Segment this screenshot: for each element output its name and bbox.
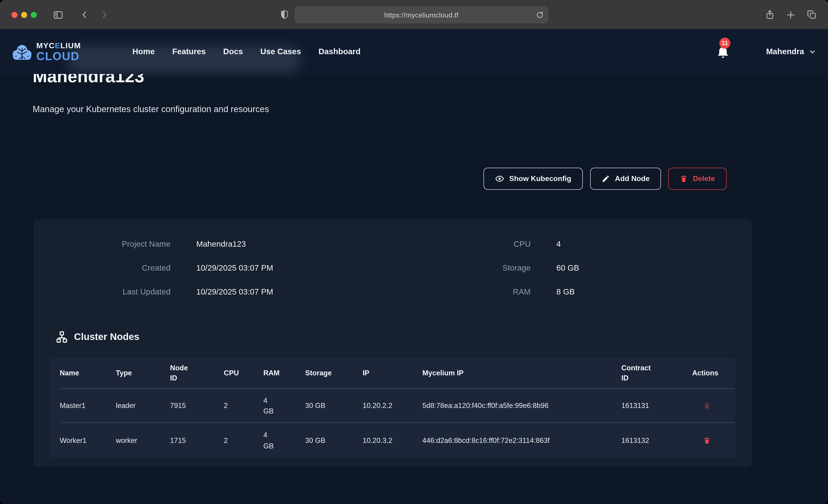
- col-cpu: CPU: [224, 368, 263, 378]
- cell-contract-id: 1613131: [621, 401, 692, 411]
- table-row: Worker1 worker 1715 2 4 GB 30 GB 10.20.3…: [60, 423, 735, 458]
- cell-ram: 4 GB: [263, 430, 305, 451]
- tab-overview-icon[interactable]: [805, 0, 818, 30]
- chevron-down-icon: [808, 48, 816, 55]
- add-node-label: Add Node: [615, 175, 650, 183]
- privacy-shield-icon[interactable]: [280, 9, 289, 20]
- site-navbar: MYCELIUM CLOUD Home Features Docs Use Ca…: [0, 30, 828, 74]
- pencil-icon: [602, 175, 610, 183]
- brand-wordmark: MYCELIUM CLOUD: [36, 42, 81, 62]
- brand-line2: CLOUD: [36, 50, 81, 62]
- cell-name: Worker1: [60, 435, 116, 446]
- page-subtitle: Manage your Kubernetes cluster configura…: [33, 103, 795, 115]
- ram-value: 8 GB: [556, 287, 575, 297]
- nav-link-dashboard[interactable]: Dashboard: [319, 47, 361, 56]
- cluster-details: Project NameMahendra123 Created10/29/202…: [34, 219, 752, 304]
- nav-links: Home Features Docs Use Cases Dashboard: [132, 47, 361, 56]
- cpu-value: 4: [556, 239, 561, 249]
- cpu-label: CPU: [393, 239, 531, 249]
- cell-ram: 4 GB: [263, 395, 305, 417]
- cell-actions: [692, 436, 735, 445]
- cell-name: Master1: [60, 401, 116, 411]
- cell-storage: 30 GB: [305, 435, 363, 446]
- col-ram: RAM: [263, 368, 305, 378]
- col-contract-id: Contract ID: [621, 363, 692, 383]
- notification-badge: 11: [719, 37, 730, 48]
- cell-cpu: 2: [224, 435, 263, 446]
- cluster-nodes-heading: Cluster Nodes: [55, 329, 730, 344]
- cell-ip: 10.20.3.2: [363, 435, 422, 446]
- cell-node-id: 1715: [170, 435, 224, 446]
- mycelium-cloud-logo-icon: [12, 43, 32, 60]
- col-node-id: Node ID: [170, 363, 224, 383]
- eye-icon: [495, 174, 504, 183]
- created-label: Created: [55, 263, 170, 273]
- trash-icon: [703, 436, 711, 445]
- col-actions: Actions: [692, 368, 735, 378]
- url-text[interactable]: https://myceliumcloud.tf: [384, 11, 458, 18]
- delete-node-button[interactable]: [703, 436, 711, 445]
- show-kubeconfig-label: Show Kubeconfig: [509, 175, 571, 183]
- project-name-value: Mahendra123: [196, 239, 246, 249]
- brand-line1-b: LIUM: [60, 41, 81, 50]
- last-updated-value: 10/29/2025 03:07 PM: [196, 287, 273, 297]
- add-node-button[interactable]: Add Node: [590, 168, 661, 190]
- cell-storage: 30 GB: [305, 401, 363, 411]
- cell-cpu: 2: [224, 401, 263, 411]
- storage-value: 60 GB: [556, 263, 579, 273]
- cluster-details-card: Project NameMahendra123 Created10/29/202…: [34, 219, 752, 467]
- show-kubeconfig-button[interactable]: Show Kubeconfig: [484, 168, 583, 190]
- delete-cluster-label: Delete: [693, 175, 715, 183]
- cell-actions: [692, 402, 735, 410]
- table-header-row: Name Type Node ID CPU RAM Storage IP Myc…: [60, 358, 735, 389]
- col-mycelium-ip: Mycelium IP: [422, 368, 621, 378]
- delete-node-button[interactable]: [703, 402, 711, 410]
- cluster-nodes-title: Cluster Nodes: [74, 331, 139, 342]
- cell-contract-id: 1613132: [621, 435, 692, 446]
- table-row: Master1 leader 7915 2 4 GB 30 GB 10.20.2…: [60, 389, 735, 423]
- user-name: Mahendra: [766, 47, 804, 56]
- last-updated-label: Last Updated: [55, 287, 170, 297]
- nav-right: 11 Mahendra: [716, 44, 816, 59]
- cell-ip: 10.20.2.2: [363, 401, 422, 411]
- nav-link-use-cases[interactable]: Use Cases: [260, 47, 301, 56]
- notifications-button[interactable]: 11: [716, 44, 730, 59]
- brand-line1-a: MYC: [36, 41, 55, 50]
- ram-label: RAM: [393, 287, 531, 297]
- stage: https://myceliumcloud.tf: [0, 0, 828, 504]
- browser-chrome: https://myceliumcloud.tf: [0, 0, 828, 30]
- user-menu[interactable]: Mahendra: [766, 47, 816, 56]
- cluster-nodes-table: Name Type Node ID CPU RAM Storage IP Myc…: [50, 358, 735, 458]
- cluster-actions: Show Kubeconfig Add Node Delete: [33, 168, 795, 190]
- storage-label: Storage: [393, 263, 531, 273]
- project-name-label: Project Name: [55, 239, 170, 249]
- network-icon: [55, 331, 68, 343]
- nav-link-docs[interactable]: Docs: [223, 47, 243, 56]
- nav-link-home[interactable]: Home: [132, 47, 155, 56]
- share-icon[interactable]: [764, 0, 776, 30]
- details-left-column: Project NameMahendra123 Created10/29/202…: [55, 232, 393, 304]
- col-type: Type: [116, 368, 170, 378]
- refresh-icon[interactable]: [536, 6, 544, 24]
- cell-type: leader: [116, 401, 170, 411]
- cluster-page: Mahendra123 Manage your Kubernetes clust…: [0, 66, 828, 496]
- trash-icon: [703, 402, 711, 410]
- browser-window: https://myceliumcloud.tf: [0, 0, 828, 504]
- delete-cluster-button[interactable]: Delete: [668, 168, 727, 190]
- col-storage: Storage: [305, 368, 363, 378]
- details-right-column: CPU4 Storage60 GB RAM8 GB: [393, 232, 730, 304]
- url-bar[interactable]: https://myceliumcloud.tf: [295, 6, 548, 24]
- brand-line1-e: E: [55, 41, 60, 50]
- cell-mycelium-ip: 5d8:78ea:a120:f40c:ff0f:a5fe:99e6:8b96: [422, 401, 621, 411]
- col-name: Name: [60, 368, 116, 378]
- cell-type: worker: [116, 435, 170, 446]
- brand-logo[interactable]: MYCELIUM CLOUD: [12, 42, 81, 62]
- address-area: https://myceliumcloud.tf: [0, 0, 828, 30]
- col-ip: IP: [363, 368, 422, 378]
- cell-mycelium-ip: 446:d2a6:8bcd:8c16:ff0f:72e2:3114:863f: [422, 435, 621, 446]
- trash-icon: [680, 175, 688, 183]
- nav-link-features[interactable]: Features: [172, 47, 206, 56]
- created-value: 10/29/2025 03:07 PM: [196, 263, 273, 273]
- new-tab-icon[interactable]: [785, 0, 796, 30]
- cell-node-id: 7915: [170, 401, 224, 411]
